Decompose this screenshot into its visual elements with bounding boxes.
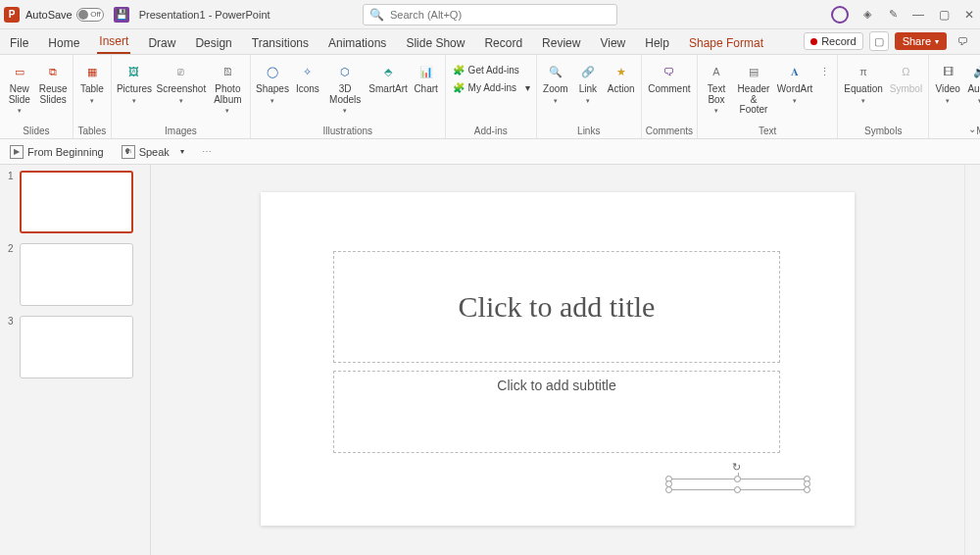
thumb-3[interactable] [20, 316, 133, 378]
wordart-label: WordArt [777, 83, 813, 94]
equation-button[interactable]: πEquation▾ [842, 59, 884, 106]
tab-help[interactable]: Help [643, 32, 671, 54]
audio-button[interactable]: 🔊Audio▾ [965, 59, 980, 106]
symbol-button[interactable]: ΩSymbol [888, 59, 924, 96]
group-tables: ▦Table▾ Tables [74, 55, 112, 138]
user-avatar[interactable] [831, 6, 849, 24]
resize-handle-w[interactable] [665, 480, 672, 487]
tab-shape-format[interactable]: Shape Format [687, 32, 765, 54]
pen-icon[interactable]: ✎ [886, 8, 900, 22]
tab-transitions[interactable]: Transitions [250, 32, 311, 54]
screenshot-button[interactable]: ⎚Screenshot▾ [156, 59, 207, 106]
group-text-label: Text [759, 126, 776, 138]
record-button[interactable]: Record [804, 32, 862, 50]
group-comments: 🗨Comment Comments [642, 55, 698, 138]
reuse-slides-label: ReuseSlides [39, 84, 68, 105]
action-button[interactable]: ★Action [606, 59, 637, 96]
share-button[interactable]: Share▾ [895, 32, 947, 50]
table-button[interactable]: ▦Table▾ [77, 59, 107, 106]
selected-shape[interactable] [668, 477, 808, 490]
minimize-button[interactable]: — [911, 8, 925, 22]
slide-canvas-area[interactable]: Click to add title Click to add subtitle [151, 165, 964, 555]
wordart-button[interactable]: 𝐀WordArt▾ [776, 59, 813, 106]
group-slides: ▭NewSlide ▾ ⧉ReuseSlides Slides [0, 55, 74, 138]
header-footer-button[interactable]: ▤Header& Footer [734, 59, 773, 117]
present-button[interactable]: ▢ [869, 31, 889, 51]
tab-home[interactable]: Home [46, 32, 81, 54]
record-label: Record [821, 35, 856, 47]
video-button[interactable]: 🎞Video▾ [933, 59, 962, 106]
group-text: ATextBox▾ ▤Header& Footer 𝐀WordArt▾ ⋮ Te… [698, 55, 838, 138]
close-button[interactable]: ✕ [962, 8, 976, 22]
resize-handle-se[interactable] [804, 486, 810, 493]
tab-review[interactable]: Review [540, 32, 582, 54]
search-input[interactable] [390, 9, 611, 21]
table-label: Table [80, 83, 104, 94]
tab-file[interactable]: File [8, 32, 30, 54]
icons-button[interactable]: ✧Icons [293, 59, 322, 96]
shapes-button[interactable]: ◯Shapes▾ [255, 59, 290, 106]
my-addins-button[interactable]: 🧩My Add-ins ▾ [450, 79, 532, 95]
group-slides-label: Slides [23, 126, 49, 138]
save-icon[interactable]: 💾 [114, 7, 129, 23]
play-icon: ▶ [10, 145, 24, 159]
app-icon: P [4, 7, 20, 23]
pictures-button[interactable]: 🖼Pictures▾ [116, 59, 153, 106]
group-addins-label: Add-ins [474, 126, 508, 138]
reuse-slides-button[interactable]: ⧉ReuseSlides [38, 59, 69, 106]
speak-button[interactable]: 🗣Speak ▾ [122, 145, 184, 159]
tab-record[interactable]: Record [482, 32, 524, 54]
search-box[interactable]: 🔍 [363, 4, 617, 25]
main-area: 1 2 3 Click to add title Click to add su… [0, 165, 980, 555]
slide[interactable]: Click to add title Click to add subtitle [261, 192, 855, 526]
header-footer-label: Header& Footer [736, 84, 771, 116]
autosave-label: AutoSave [25, 9, 73, 21]
smartart-button[interactable]: ⬘SmartArt [368, 59, 409, 96]
sub-ribbon: ▶From Beginning 🗣Speak ▾ ⋯ [0, 139, 980, 165]
vertical-scrollbar[interactable] [964, 165, 980, 555]
group-illustrations: ◯Shapes▾ ✧Icons ⬡3DModels ▾ ⬘SmartArt 📊C… [251, 55, 446, 138]
textbox-button[interactable]: ATextBox▾ [702, 59, 731, 117]
resize-handle-s[interactable] [734, 486, 741, 493]
tab-design[interactable]: Design [193, 32, 233, 54]
thumbnail-pane[interactable]: 1 2 3 [0, 165, 151, 555]
group-tables-label: Tables [77, 126, 106, 138]
store-icon: 🧩 [452, 63, 466, 76]
chart-button[interactable]: 📊Chart [412, 59, 441, 96]
thumb-2-number: 2 [8, 243, 16, 306]
collapse-ribbon-button[interactable]: ⌄ [968, 124, 976, 134]
resize-handle-n[interactable] [734, 476, 741, 482]
get-addins-button[interactable]: 🧩Get Add-ins [450, 62, 532, 77]
overflow-button[interactable]: ⋯ [202, 146, 212, 157]
3d-models-button[interactable]: ⬡3DModels ▾ [325, 59, 366, 117]
thumb-1[interactable] [20, 171, 133, 233]
title-placeholder[interactable]: Click to add title [333, 251, 780, 363]
tab-animations[interactable]: Animations [326, 32, 388, 54]
rotate-handle[interactable] [732, 461, 744, 473]
thumb-2[interactable] [20, 243, 133, 306]
from-beginning-label: From Beginning [27, 146, 104, 158]
photo-album-button[interactable]: 🖻PhotoAlbum ▾ [210, 59, 246, 117]
autosave[interactable]: AutoSave Off [25, 8, 104, 22]
maximize-button[interactable]: ▢ [937, 8, 951, 22]
tab-view[interactable]: View [598, 32, 627, 54]
from-beginning-button[interactable]: ▶From Beginning [10, 145, 104, 159]
selection-box[interactable] [668, 479, 808, 490]
tab-insert[interactable]: Insert [97, 30, 130, 54]
subtitle-placeholder-text: Click to add subtitle [497, 378, 615, 393]
diamond-icon[interactable]: ◈ [860, 8, 874, 22]
text-more-button[interactable]: ⋮ [816, 59, 833, 84]
subtitle-placeholder[interactable]: Click to add subtitle [333, 371, 780, 453]
comments-pane-button[interactable]: 🗩 [953, 31, 972, 51]
tab-draw[interactable]: Draw [146, 32, 177, 54]
new-slide-button[interactable]: ▭NewSlide ▾ [4, 59, 35, 117]
tab-slideshow[interactable]: Slide Show [404, 32, 466, 54]
zoom-button[interactable]: 🔍Zoom▾ [541, 59, 570, 106]
comment-button[interactable]: 🗨Comment [646, 59, 692, 96]
group-links: 🔍Zoom▾ 🔗Link▾ ★Action Links [537, 55, 642, 138]
autosave-toggle[interactable]: Off [76, 8, 104, 22]
link-button[interactable]: 🔗Link▾ [573, 59, 603, 106]
resize-handle-sw[interactable] [665, 486, 672, 493]
symbol-label: Symbol [890, 84, 922, 95]
video-label: Video [935, 83, 959, 94]
